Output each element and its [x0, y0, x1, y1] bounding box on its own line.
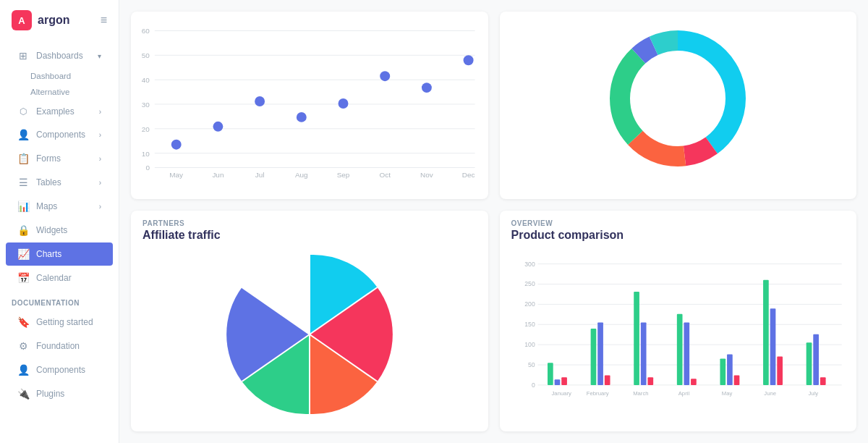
svg-point-26: [339, 98, 349, 109]
doc-section-label: DOCUMENTATION: [0, 290, 119, 310]
svg-text:40: 40: [142, 76, 150, 84]
charts-icon: 📈: [17, 248, 29, 260]
widgets-icon: 🔒: [17, 224, 29, 236]
svg-rect-56: [547, 363, 553, 385]
svg-rect-65: [640, 322, 646, 385]
sidebar-item-label: Widgets: [36, 225, 101, 235]
affiliate-subtitle: PARTNERS: [142, 219, 477, 227]
chevron-down-icon: ▾: [98, 52, 101, 60]
sidebar-item-widgets[interactable]: 🔒 Widgets: [6, 219, 113, 242]
svg-text:Jul: Jul: [255, 171, 265, 179]
donut-chart: [591, 12, 765, 185]
sidebar-item-label: Maps: [36, 201, 92, 211]
main-content: 60 50 40 30 20 10 0 May Jun Jul Aug: [119, 0, 868, 443]
sidebar-item-getting-started[interactable]: 🔖 Getting started: [6, 311, 113, 334]
svg-rect-58: [561, 377, 567, 385]
sidebar-item-dashboard[interactable]: Dashboard: [0, 68, 119, 84]
svg-rect-81: [813, 334, 819, 384]
product-card-header: OVERVIEW Product comparison: [500, 211, 857, 248]
sidebar-item-doc-components[interactable]: 👤 Components: [6, 358, 113, 381]
svg-rect-69: [684, 322, 689, 385]
calendar-icon: 📅: [17, 272, 29, 284]
sidebar-item-tables[interactable]: ☰ Tables ›: [6, 171, 113, 194]
chevron-right-icon: ›: [99, 203, 101, 211]
sidebar-item-label: Foundation: [36, 341, 101, 351]
svg-point-29: [464, 55, 474, 65]
svg-rect-82: [820, 377, 825, 385]
scatter-chart: 60 50 40 30 20 10 0 May Jun Jul Aug: [137, 20, 482, 180]
svg-text:May: May: [169, 171, 183, 179]
svg-point-27: [380, 71, 390, 81]
sidebar-item-label: Calendar: [36, 273, 101, 283]
sidebar-item-label: Charts: [36, 249, 101, 259]
svg-rect-66: [647, 377, 653, 385]
sidebar-item-examples[interactable]: ⬡ Examples ›: [6, 101, 113, 122]
product-subtitle: OVERVIEW: [511, 219, 846, 227]
sidebar-item-components[interactable]: 👤 Components ›: [6, 123, 113, 146]
sidebar-item-label: Getting started: [36, 317, 101, 327]
foundation-icon: ⚙: [17, 340, 29, 352]
svg-text:30: 30: [142, 101, 150, 109]
svg-text:200: 200: [524, 300, 535, 308]
getting-started-icon: 🔖: [17, 316, 29, 328]
svg-text:February: February: [586, 390, 608, 397]
svg-rect-73: [727, 354, 733, 384]
donut-container: [500, 12, 857, 185]
sidebar-item-foundation[interactable]: ⚙ Foundation: [6, 334, 113, 358]
sidebar-item-label: Components: [36, 365, 101, 375]
svg-text:Sep: Sep: [337, 171, 350, 179]
svg-text:50: 50: [142, 51, 150, 59]
product-comparison-card: OVERVIEW Product comparison 0 50 100 150…: [500, 211, 857, 432]
svg-text:May: May: [721, 390, 732, 397]
maps-icon: 📊: [17, 201, 29, 212]
svg-point-23: [213, 122, 223, 132]
svg-point-22: [171, 140, 182, 150]
svg-text:250: 250: [524, 280, 535, 287]
sidebar-item-maps[interactable]: 📊 Maps ›: [6, 195, 113, 218]
chevron-right-icon: ›: [99, 155, 101, 163]
sidebar-item-charts[interactable]: 📈 Charts: [6, 242, 113, 266]
logo-icon: A: [12, 10, 32, 30]
svg-text:March: March: [633, 390, 648, 397]
svg-text:Oct: Oct: [379, 171, 391, 179]
sidebar-item-label: Plugins: [36, 389, 101, 399]
sidebar-toggle[interactable]: ≡: [101, 14, 107, 27]
scatter-chart-card: 60 50 40 30 20 10 0 May Jun Jul Aug: [131, 12, 488, 199]
svg-rect-72: [720, 358, 726, 385]
svg-text:0: 0: [531, 381, 535, 388]
plugins-icon: 🔌: [17, 388, 29, 400]
examples-icon: ⬡: [17, 106, 29, 117]
components-icon: 👤: [17, 129, 29, 140]
svg-text:April: April: [678, 390, 689, 397]
pie-container: [131, 248, 488, 421]
sidebar-item-label: Dashboards: [36, 51, 90, 61]
svg-text:60: 60: [142, 27, 150, 35]
affiliate-traffic-card: PARTNERS Affiliate traffic: [131, 211, 488, 432]
svg-text:June: June: [764, 390, 776, 397]
svg-text:150: 150: [524, 321, 535, 328]
svg-rect-60: [590, 329, 596, 385]
sidebar-item-plugins[interactable]: 🔌 Plugins: [6, 382, 113, 405]
chevron-right-icon: ›: [99, 179, 101, 187]
svg-text:0: 0: [145, 164, 150, 172]
forms-icon: 📋: [17, 153, 29, 164]
sidebar-item-calendar[interactable]: 📅 Calendar: [6, 266, 113, 290]
sidebar-item-label: Forms: [36, 153, 92, 164]
svg-rect-61: [597, 322, 603, 385]
svg-text:July: July: [808, 390, 818, 397]
sidebar-item-alternative[interactable]: Alternative: [0, 84, 119, 100]
product-title: Product comparison: [511, 229, 846, 242]
svg-rect-80: [806, 342, 812, 385]
svg-text:Aug: Aug: [295, 171, 308, 179]
svg-point-25: [297, 112, 307, 122]
svg-point-24: [255, 96, 265, 106]
sidebar-item-label: Examples: [36, 106, 92, 117]
sidebar-item-forms[interactable]: 📋 Forms ›: [6, 147, 113, 170]
main-nav: ⊞ Dashboards ▾ Dashboard Alternative ⬡ E…: [0, 41, 119, 436]
svg-text:20: 20: [142, 125, 150, 133]
sidebar-item-dashboards[interactable]: ⊞ Dashboards ▾: [6, 44, 113, 67]
sidebar: A argon ≡ ⊞ Dashboards ▾ Dashboard Alter…: [0, 0, 119, 443]
sidebar-item-label: Tables: [36, 177, 92, 187]
svg-text:100: 100: [524, 341, 535, 348]
svg-rect-57: [554, 379, 560, 385]
